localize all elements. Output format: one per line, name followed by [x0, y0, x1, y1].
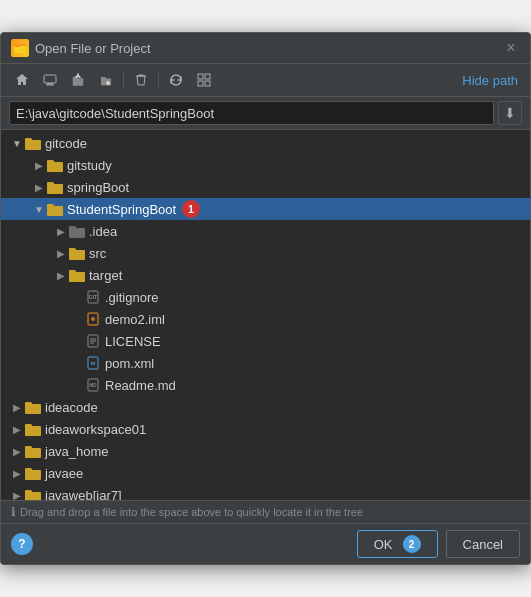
svg-rect-10 — [198, 81, 203, 86]
tree-item-gitcode[interactable]: ▼ gitcode — [1, 132, 530, 154]
toggle-button[interactable] — [191, 68, 217, 92]
expand-arrow: ▶ — [9, 399, 25, 415]
folder-icon — [25, 421, 41, 437]
expand-arrow: ▶ — [53, 267, 69, 283]
folder-icon — [25, 135, 41, 151]
item-label: demo2.iml — [105, 312, 165, 327]
tree-item-gitignore[interactable]: ▶ GIT .gitignore — [1, 286, 530, 308]
ok-badge: 2 — [403, 535, 421, 553]
expand-arrow: ▶ — [31, 179, 47, 195]
svg-rect-11 — [205, 81, 210, 86]
expand-arrow: ▶ — [9, 421, 25, 437]
ok-button[interactable]: OK 2 — [357, 530, 438, 558]
item-label: ideaworkspace01 — [45, 422, 146, 437]
svg-rect-1 — [14, 46, 26, 53]
tree-item-ideaworkspace01[interactable]: ▶ ideaworkspace01 — [1, 418, 530, 440]
home-button[interactable] — [9, 68, 35, 92]
tree-item-ideacode[interactable]: ▶ ideacode — [1, 396, 530, 418]
folder-icon — [25, 399, 41, 415]
path-bar: ⬇ — [1, 97, 530, 130]
item-label: Readme.md — [105, 378, 176, 393]
tree-item-target[interactable]: ▶ target — [1, 264, 530, 286]
new-folder-button[interactable] — [93, 68, 119, 92]
expand-arrow: ▶ — [31, 157, 47, 173]
ok-label: OK — [374, 537, 393, 552]
file-icon-license — [85, 333, 101, 349]
folder-icon — [47, 179, 63, 195]
footer: ? OK 2 Cancel — [1, 523, 530, 564]
item-label: springBoot — [67, 180, 129, 195]
svg-text:m: m — [91, 360, 96, 366]
close-button[interactable]: × — [502, 39, 520, 57]
folder-icon — [25, 487, 41, 500]
tree-item-javawebjar7[interactable]: ▶ javaweb[jar7] — [1, 484, 530, 500]
tree-item-demo2iml[interactable]: ▶ demo2.iml — [1, 308, 530, 330]
tree-item-src[interactable]: ▶ src — [1, 242, 530, 264]
tree-item-javaee[interactable]: ▶ javaee — [1, 462, 530, 484]
file-icon-iml — [85, 311, 101, 327]
tree-item-studentspringboot[interactable]: ▼ StudentSpringBoot 1 — [1, 198, 530, 220]
hide-path-link[interactable]: Hide path — [462, 73, 518, 88]
folder-icon — [69, 223, 85, 239]
item-label: ideacode — [45, 400, 98, 415]
svg-text:GIT: GIT — [89, 294, 97, 300]
file-icon-md: MD — [85, 377, 101, 393]
item-label: gitstudy — [67, 158, 112, 173]
svg-rect-9 — [205, 74, 210, 79]
item-label: StudentSpringBoot — [67, 202, 176, 217]
help-button[interactable]: ? — [11, 533, 33, 555]
file-tree[interactable]: ▼ gitcode ▶ gitstudy ▶ springBoot ▼ — [1, 130, 530, 500]
svg-rect-4 — [47, 83, 53, 85]
item-label: .gitignore — [105, 290, 158, 305]
expand-arrow: ▶ — [53, 245, 69, 261]
file-icon-pom: m — [85, 355, 101, 371]
refresh-button[interactable] — [163, 68, 189, 92]
cancel-button[interactable]: Cancel — [446, 530, 520, 558]
toolbar-sep-2 — [158, 71, 159, 89]
tree-item-springboot[interactable]: ▶ springBoot — [1, 176, 530, 198]
computer-button[interactable] — [37, 68, 63, 92]
item-label: target — [89, 268, 122, 283]
dialog-icon — [11, 39, 29, 57]
folder-icon — [69, 245, 85, 261]
folder-icon — [47, 157, 63, 173]
tree-item-license[interactable]: ▶ LICENSE — [1, 330, 530, 352]
item-label: LICENSE — [105, 334, 161, 349]
expand-arrow: ▶ — [9, 443, 25, 459]
svg-text:MD: MD — [90, 383, 98, 388]
svg-rect-2 — [15, 44, 20, 47]
dialog-title: Open File or Project — [35, 41, 502, 56]
tree-item-gitstudy[interactable]: ▶ gitstudy — [1, 154, 530, 176]
badge-1: 1 — [182, 200, 200, 218]
delete-button[interactable] — [128, 68, 154, 92]
item-label: src — [89, 246, 106, 261]
toolbar-sep-1 — [123, 71, 124, 89]
path-download-button[interactable]: ⬇ — [498, 101, 522, 125]
path-input[interactable] — [9, 101, 494, 125]
file-icon-gitignore: GIT — [85, 289, 101, 305]
folder-up-button[interactable] — [65, 68, 91, 92]
svg-rect-3 — [44, 75, 56, 83]
item-label: javaee — [45, 466, 83, 481]
svg-rect-5 — [46, 85, 54, 86]
expand-arrow: ▶ — [9, 465, 25, 481]
item-label: pom.xml — [105, 356, 154, 371]
tree-item-pomxml[interactable]: ▶ m pom.xml — [1, 352, 530, 374]
folder-icon — [69, 267, 85, 283]
item-label: gitcode — [45, 136, 87, 151]
expand-arrow: ▼ — [31, 201, 47, 217]
item-label: .idea — [89, 224, 117, 239]
folder-icon — [47, 201, 63, 217]
status-bar: ℹ Drag and drop a file into the space ab… — [1, 500, 530, 523]
tree-item-java-home[interactable]: ▶ java_home — [1, 440, 530, 462]
folder-icon — [25, 443, 41, 459]
title-bar: Open File or Project × — [1, 33, 530, 64]
expand-arrow: ▼ — [9, 135, 25, 151]
info-icon: ℹ — [11, 505, 16, 519]
item-label: javaweb[jar7] — [45, 488, 122, 501]
item-label: java_home — [45, 444, 109, 459]
open-file-dialog: Open File or Project × — [0, 32, 531, 565]
expand-arrow: ▶ — [9, 487, 25, 500]
tree-item-idea[interactable]: ▶ .idea — [1, 220, 530, 242]
tree-item-readmemd[interactable]: ▶ MD Readme.md — [1, 374, 530, 396]
